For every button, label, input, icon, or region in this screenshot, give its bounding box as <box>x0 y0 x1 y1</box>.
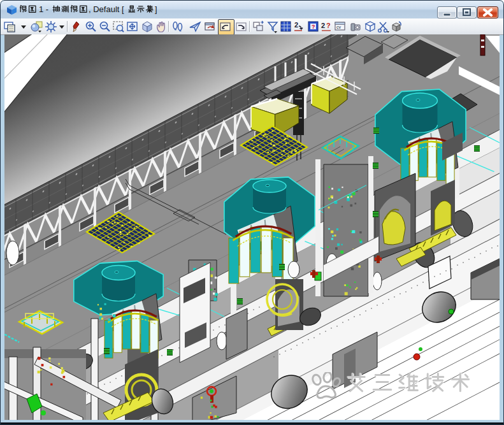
svg-text:?: ? <box>312 24 315 30</box>
svg-text:, Default [: , Default [ <box>89 4 124 14</box>
svg-text:1 -: 1 - <box>39 4 48 14</box>
svg-text:]: ] <box>155 4 157 14</box>
svg-text:2: 2 <box>321 22 325 29</box>
svg-text:cv: cv <box>336 25 342 29</box>
svg-text:2: 2 <box>294 21 298 29</box>
svg-text:?: ? <box>326 22 331 29</box>
